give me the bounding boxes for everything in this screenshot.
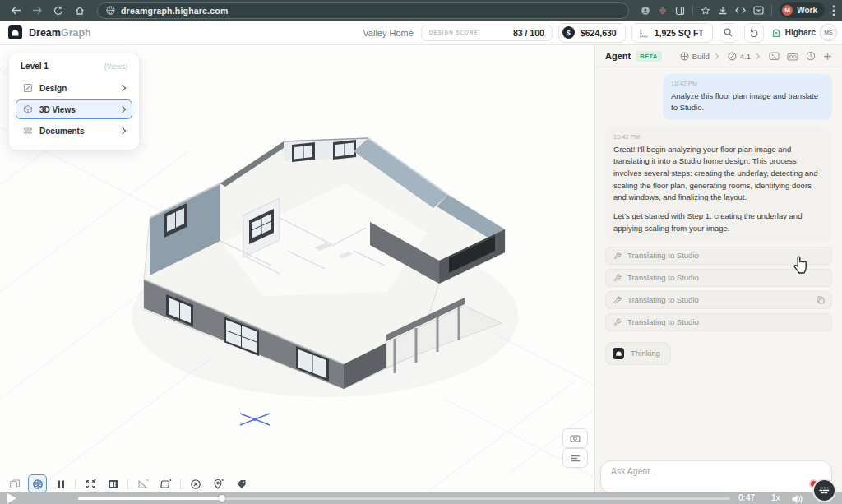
area-tool-button[interactable] xyxy=(156,474,175,493)
extension-overlay-button[interactable] xyxy=(812,479,836,502)
pause-bars-icon xyxy=(56,479,66,489)
playback-speed[interactable]: 1x xyxy=(771,493,780,502)
project-name[interactable]: Valley Home xyxy=(363,28,414,38)
extension-icon[interactable] xyxy=(658,6,668,16)
browser-toolbar: dreamgraph.higharc.com M Work xyxy=(0,0,842,21)
cost-pill[interactable]: $ $624,630 xyxy=(558,23,626,43)
kebab-menu-icon[interactable] xyxy=(832,5,835,16)
chevron-right-icon xyxy=(119,106,126,113)
tool-call-row[interactable]: Translating to Studio xyxy=(605,291,832,309)
agent-panel-header: Agent BETA Build 4.1 xyxy=(595,45,842,67)
camera-capture-icon[interactable] xyxy=(787,52,798,61)
model-selector[interactable]: 4.1 xyxy=(728,52,759,61)
scrubber-progress xyxy=(78,497,222,500)
undo-button[interactable] xyxy=(744,23,764,43)
floorplan-view-button[interactable] xyxy=(104,474,123,493)
tool-wrench-icon xyxy=(613,274,622,282)
thinking-status: Thinking xyxy=(605,342,671,365)
move-tool-button[interactable] xyxy=(81,474,99,493)
search-button[interactable] xyxy=(719,23,738,43)
area-pill[interactable]: 1,925 SQ FT xyxy=(632,23,713,43)
section-box-icon xyxy=(108,479,119,489)
forward-icon[interactable] xyxy=(28,3,46,18)
map-pin-icon xyxy=(213,479,224,490)
agent-title: Agent xyxy=(605,51,631,61)
volume-icon[interactable] xyxy=(791,492,803,504)
video-time: 0:47 xyxy=(738,493,755,502)
viewport-3d[interactable]: Level 1 (Views) Design 3D Views xyxy=(0,45,595,504)
tab-search-icon[interactable] xyxy=(753,6,764,15)
orbit-tool-button[interactable] xyxy=(28,474,47,493)
bookmark-star-icon[interactable] xyxy=(701,6,710,16)
orbit-icon xyxy=(32,479,44,490)
list-lines-icon xyxy=(571,455,581,462)
download-icon[interactable] xyxy=(718,6,728,16)
back-icon[interactable] xyxy=(7,3,25,18)
url-text: dreamgraph.higharc.com xyxy=(121,6,228,16)
tool-wrench-icon xyxy=(613,252,622,260)
hide-tool-button[interactable] xyxy=(186,474,205,493)
divider xyxy=(75,479,76,490)
higharc-brand-icon xyxy=(771,28,781,38)
mode-selector[interactable]: Build xyxy=(680,52,718,61)
angle-tool-button[interactable] xyxy=(133,474,152,493)
user-avatar[interactable]: MS xyxy=(820,24,837,41)
side-panel-icon[interactable] xyxy=(675,6,685,16)
chevron-right-icon xyxy=(119,127,126,134)
app-logo[interactable]: DreamGraph xyxy=(8,25,91,39)
home-icon[interactable] xyxy=(71,3,89,18)
sidebar-item-documents[interactable]: Documents xyxy=(16,121,132,141)
tag-icon xyxy=(236,479,247,489)
tool-wrench-icon xyxy=(613,318,622,326)
snapshot-icon[interactable] xyxy=(769,51,780,61)
view-camera-button[interactable] xyxy=(562,428,588,448)
beta-badge: BETA xyxy=(636,51,661,62)
dev-code-icon[interactable] xyxy=(735,6,746,15)
divider xyxy=(771,5,772,16)
history-icon[interactable] xyxy=(806,51,816,61)
url-bar[interactable]: dreamgraph.higharc.com xyxy=(97,2,629,19)
camera-icon xyxy=(570,434,581,442)
tool-call-row[interactable]: Translating to Studio xyxy=(605,313,832,331)
user-message-text: Analyze this floor plan image and transl… xyxy=(671,90,824,113)
circle-x-icon xyxy=(190,479,201,490)
design-score-field[interactable]: DESIGN SCORE 83 / 100 xyxy=(421,25,553,41)
tag-tool-button[interactable] xyxy=(232,474,251,493)
tool-call-row[interactable]: Translating to Studio xyxy=(605,247,832,265)
design-icon xyxy=(23,83,33,93)
browser-profile-button[interactable]: M Work xyxy=(780,2,825,18)
agent-input[interactable] xyxy=(601,461,831,492)
password-key-icon[interactable] xyxy=(641,6,650,16)
user-message: 10:42 PM Analyze this floor plan image a… xyxy=(663,74,832,120)
chevron-down-icon xyxy=(754,53,760,58)
frames-tool-button[interactable] xyxy=(5,474,24,493)
play-button[interactable] xyxy=(7,493,16,503)
area-value: 1,925 SQ FT xyxy=(655,28,704,38)
agent-panel: Agent BETA Build 4.1 xyxy=(595,45,842,504)
reload-icon[interactable] xyxy=(49,3,67,18)
agent-message-paragraph: Great! I'll begin analyzing your floor p… xyxy=(613,144,824,205)
dollar-icon: $ xyxy=(562,26,575,39)
video-scrubber[interactable] xyxy=(78,497,730,500)
account-menu[interactable]: Higharc MS xyxy=(771,24,837,41)
agent-input-container xyxy=(600,460,832,493)
copy-icon[interactable] xyxy=(817,296,825,304)
agent-message-paragraph: Let's get started with Step 1: creating … xyxy=(613,210,824,234)
divider xyxy=(180,479,181,490)
chevron-down-icon xyxy=(713,53,719,58)
pin-tool-button[interactable] xyxy=(209,474,228,493)
message-timestamp: 10:42 PM xyxy=(671,80,824,87)
layers-list-button[interactable] xyxy=(562,448,588,468)
section-tool-button[interactable] xyxy=(51,474,70,493)
expand-arrows-icon xyxy=(85,479,96,490)
new-chat-plus-icon[interactable] xyxy=(823,52,832,61)
profile-avatar: M xyxy=(782,5,793,16)
chat-history[interactable]: 10:42 PM Analyze this floor plan image a… xyxy=(595,67,842,453)
model-icon xyxy=(728,52,737,61)
polygon-icon xyxy=(160,479,172,489)
site-info-icon[interactable] xyxy=(106,6,115,15)
sidebar-item-design[interactable]: Design xyxy=(16,78,132,98)
tool-call-row[interactable]: Translating to Studio xyxy=(605,269,832,287)
sidebar-item-3d-views[interactable]: 3D Views xyxy=(16,99,132,119)
undo-icon xyxy=(749,28,758,37)
